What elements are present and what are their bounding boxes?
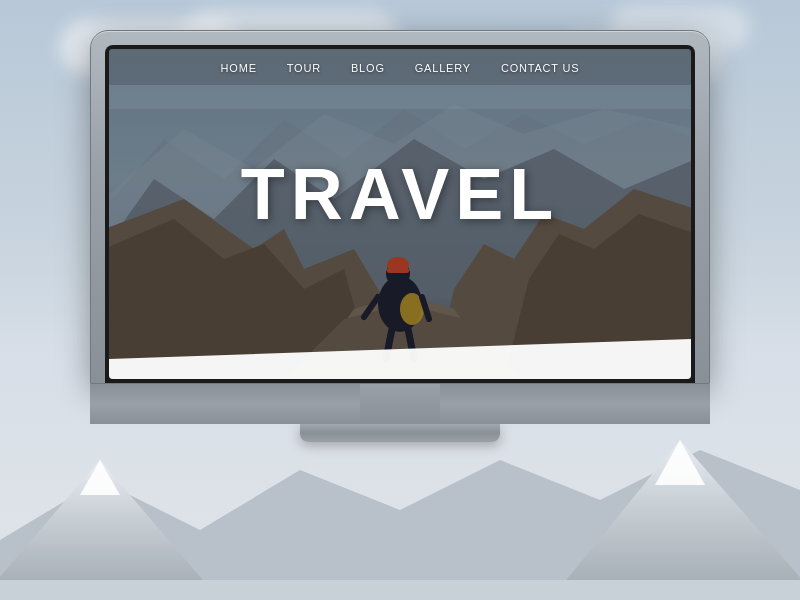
nav-link-home[interactable]: HOME xyxy=(221,62,257,74)
hero-title-container: TRAVEL xyxy=(241,153,560,235)
nav-link-tour[interactable]: TOUR xyxy=(287,62,321,74)
monitor-shell: HOME TOUR BLOG GALLERY CONTACT US xyxy=(90,30,710,384)
nav-item-gallery[interactable]: GALLERY xyxy=(415,58,471,76)
nav-item-blog[interactable]: BLOG xyxy=(351,58,385,76)
monitor-bezel: HOME TOUR BLOG GALLERY CONTACT US xyxy=(105,45,695,383)
nav-item-contact[interactable]: CONTACT US xyxy=(501,58,580,76)
nav-link-blog[interactable]: BLOG xyxy=(351,62,385,74)
bottom-wave xyxy=(109,329,691,379)
hero-title: TRAVEL xyxy=(241,154,560,234)
background-mountains-bottom xyxy=(0,400,800,600)
nav-link-gallery[interactable]: GALLERY xyxy=(415,62,471,74)
svg-marker-21 xyxy=(109,339,691,379)
nav-item-home[interactable]: HOME xyxy=(221,58,257,76)
nav-link-contact[interactable]: CONTACT US xyxy=(501,62,580,74)
monitor: HOME TOUR BLOG GALLERY CONTACT US xyxy=(90,30,710,442)
screen: HOME TOUR BLOG GALLERY CONTACT US xyxy=(109,49,691,379)
svg-rect-27 xyxy=(0,580,800,600)
nav-list: HOME TOUR BLOG GALLERY CONTACT US xyxy=(221,58,580,76)
screen-navbar: HOME TOUR BLOG GALLERY CONTACT US xyxy=(109,49,691,85)
nav-item-tour[interactable]: TOUR xyxy=(287,58,321,76)
